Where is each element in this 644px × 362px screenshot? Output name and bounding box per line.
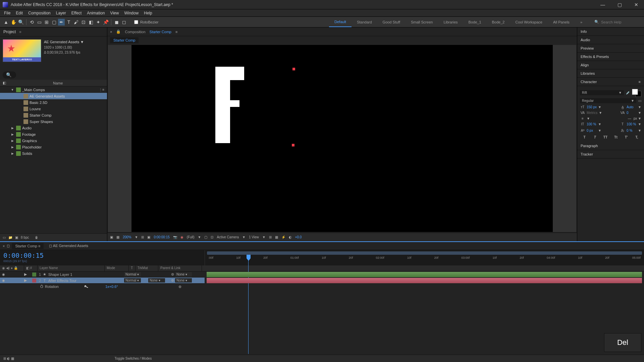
small-caps-button[interactable]: Tt	[613, 135, 619, 139]
menu-help[interactable]: Help	[141, 10, 155, 16]
timeline-lock-icon[interactable]: ◻	[7, 244, 10, 248]
faux-italic-button[interactable]: T	[592, 135, 598, 139]
workspace-standard[interactable]: Standard	[352, 17, 377, 27]
comp-fast-icon[interactable]: ⚡	[281, 235, 285, 239]
pen-tool-icon[interactable]: ✒	[58, 19, 65, 25]
subscript-button[interactable]: T,	[634, 135, 640, 139]
project-panel-label[interactable]: Project	[3, 29, 16, 34]
orbit-tool-icon[interactable]: ⟲	[29, 19, 35, 25]
project-item[interactable]: ▶Graphics	[0, 137, 107, 144]
workspace-cool[interactable]: Cool Workspace	[510, 17, 548, 27]
eyedropper-icon[interactable]: 💉	[626, 91, 630, 95]
comp-breadcrumb-name[interactable]: Starter Comp	[150, 30, 171, 34]
snapshot-icon[interactable]: 📷	[173, 235, 177, 239]
resolution-dropdown[interactable]: (Full)	[187, 235, 195, 239]
panel-libraries[interactable]: Libraries	[577, 69, 644, 78]
workspace-bode2[interactable]: Bode_2	[487, 17, 510, 27]
comp-res-icon[interactable]: ⊞	[141, 235, 144, 239]
pan-behind-tool-icon[interactable]: ⊞	[43, 19, 50, 25]
color-swatch[interactable]	[632, 89, 641, 96]
panel-paragraph[interactable]: Paragraph	[577, 142, 644, 150]
menu-window[interactable]: Window	[121, 10, 141, 16]
current-timecode[interactable]: 0:00:00:15	[3, 251, 201, 259]
menu-view[interactable]: View	[108, 10, 122, 16]
tracking-value[interactable]: 0	[627, 111, 637, 115]
tsume-value[interactable]: 0 %	[627, 129, 637, 132]
shape-vertex-handle[interactable]	[292, 68, 295, 70]
workspace-overflow-icon[interactable]: »	[575, 17, 588, 27]
timeline-ruler[interactable]: :00f10f20f01:00f10f20f02:00f10f20f03:00f…	[205, 250, 644, 265]
asset-thumbnail[interactable]: ★ TEXT LAYER!!!!	[3, 39, 41, 62]
folder-new-icon[interactable]: 📁	[8, 236, 12, 239]
toggle-switches-button[interactable]: Toggle Switches / Modes	[115, 357, 152, 360]
workspace-allpanels[interactable]: All Panels	[548, 17, 575, 27]
kerning-value[interactable]: Metrics	[587, 111, 597, 115]
superscript-button[interactable]: T'	[623, 135, 629, 139]
brush-tool-icon[interactable]: 🖌	[73, 19, 79, 25]
menu-composition[interactable]: Composition	[25, 10, 53, 16]
comp-alpha-icon[interactable]: ▣	[110, 235, 113, 239]
col-t[interactable]: T	[129, 265, 136, 271]
comp-color-icon[interactable]: ◐	[289, 235, 292, 239]
col-type-icon[interactable]: ◧	[3, 81, 6, 85]
project-item[interactable]: ▶Audio	[0, 125, 107, 131]
zoom-level[interactable]: 200%	[123, 235, 131, 239]
col-parent[interactable]: Parent & Link	[158, 265, 202, 271]
stroke-swatch-icon[interactable]: ◻	[121, 19, 127, 25]
vscale-value[interactable]: 100 %	[587, 122, 597, 126]
puppet-tool-icon[interactable]: 📌	[102, 19, 109, 25]
exposure-value[interactable]: +0.0	[295, 235, 302, 239]
workspace-goodstuff[interactable]: Good Stuff	[377, 17, 406, 27]
faux-bold-button[interactable]: T	[582, 135, 588, 139]
panel-menu-icon[interactable]: ≡	[19, 30, 21, 34]
layer-bar-text[interactable]	[207, 278, 642, 283]
menu-layer[interactable]: Layer	[53, 10, 69, 16]
project-item[interactable]: Basic 2.5D	[0, 99, 107, 106]
comp-grid-icon[interactable]: ▦	[116, 235, 119, 239]
stroke-menu-icon[interactable]: ≡	[580, 117, 585, 120]
camera-tool-icon[interactable]: ▭	[36, 19, 43, 25]
search-help-input[interactable]	[601, 20, 635, 24]
rotobezier-checkbox[interactable]	[134, 20, 138, 24]
project-item[interactable]: ▶Solids	[0, 150, 107, 157]
comp-lock-icon[interactable]: 🔒	[116, 29, 121, 34]
switches-icons[interactable]: ◉ ◀) ● 🔒	[0, 265, 24, 271]
menu-file[interactable]: File	[1, 10, 13, 16]
workspace-default[interactable]: Default	[329, 17, 352, 27]
shape-vertex-handle[interactable]	[292, 144, 294, 146]
project-item[interactable]: Louvre	[0, 106, 107, 112]
project-item[interactable]: Super Shapes	[0, 118, 107, 125]
hscale-value[interactable]: 100 %	[627, 122, 637, 126]
comp-mask-icon[interactable]: ⊡	[211, 235, 213, 239]
panel-effects-presets[interactable]: Effects & Presets	[577, 53, 644, 61]
camera-dropdown[interactable]: Active Camera	[217, 235, 239, 239]
comp-new-icon[interactable]: ▣	[15, 236, 18, 239]
minimize-button[interactable]: —	[598, 2, 608, 7]
interpret-icon[interactable]: ▭	[3, 236, 6, 239]
workspace-libraries[interactable]: Libraries	[438, 17, 463, 27]
label-col[interactable]: ◧ #	[24, 265, 38, 271]
col-mode[interactable]: Mode	[105, 265, 129, 271]
project-search-input[interactable]	[3, 71, 16, 78]
fill-swatch-icon[interactable]: ◼	[113, 19, 120, 25]
baseline-value[interactable]: 0 px	[587, 129, 597, 132]
nofill-icon[interactable]: ▭	[638, 99, 641, 103]
shape-tool-icon[interactable]: ▢	[51, 19, 57, 25]
all-caps-button[interactable]: TT	[602, 135, 608, 139]
view-dropdown[interactable]: 1 View	[249, 235, 259, 239]
col-layer-name[interactable]: Layer Name	[38, 265, 105, 271]
comp-3d-icon[interactable]: ⊞	[269, 235, 272, 239]
col-name-label[interactable]: Name	[53, 81, 63, 85]
selection-tool-icon[interactable]: ▲	[3, 19, 9, 25]
font-size-value[interactable]: 150 px	[587, 105, 597, 109]
panel-preview[interactable]: Preview	[577, 44, 644, 53]
timeline-switch-icon[interactable]: ⊞ ◐ ▦	[3, 357, 14, 360]
font-style-dropdown[interactable]: Regular▼	[580, 98, 636, 103]
project-item[interactable]: Starter Comp	[0, 112, 107, 118]
comp-guides-icon[interactable]: ▢	[204, 235, 207, 239]
panel-character[interactable]: Character≡	[577, 78, 644, 86]
timeline-tab-generated[interactable]: ◻ AE Generated Assets	[46, 243, 92, 249]
property-row[interactable]: ŎRotation1x+0.6°⊚	[0, 284, 205, 290]
comp-close-icon[interactable]: ×	[110, 30, 112, 34]
eraser-tool-icon[interactable]: ◧	[88, 19, 94, 25]
